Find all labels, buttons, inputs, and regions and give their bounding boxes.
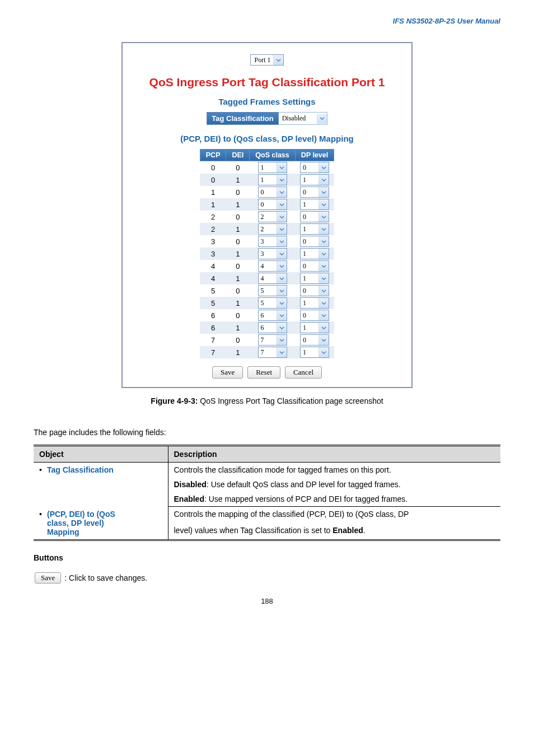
chevron-down-icon: [318, 310, 329, 320]
chevron-down-icon: [318, 249, 329, 259]
qos-class-value: 5: [261, 287, 264, 295]
chevron-down-icon: [277, 310, 287, 320]
qos-class-select[interactable]: 4: [258, 273, 287, 284]
dp-level-select[interactable]: 0: [300, 211, 329, 222]
dp-level-select[interactable]: 1: [300, 174, 329, 185]
manual-header: IFS NS3502-8P-2S User Manual: [34, 17, 500, 25]
qos-class-value: 3: [261, 250, 264, 258]
port-select[interactable]: Port 1: [250, 54, 283, 66]
table-row: 1000: [200, 186, 334, 198]
dp-level-select[interactable]: 1: [300, 248, 329, 259]
cell-pcp: 0: [200, 161, 226, 174]
chevron-down-icon: [277, 175, 287, 185]
chevron-down-icon: [318, 323, 329, 333]
col-description: Description: [168, 446, 500, 463]
save-button-doc[interactable]: Save: [35, 572, 61, 584]
dp-level-select[interactable]: 0: [300, 310, 329, 321]
cell-pcp: 2: [200, 211, 226, 223]
dp-level-select[interactable]: 1: [300, 273, 329, 284]
save-button-description: : Click to save changes.: [64, 573, 147, 582]
dp-level-select[interactable]: 1: [300, 297, 329, 309]
tag-classification-label: Tag Classification: [207, 113, 278, 125]
cell-pcp: 7: [200, 334, 226, 346]
qos-class-value: 7: [261, 336, 264, 344]
qos-class-select[interactable]: 7: [258, 347, 287, 358]
cell-dei: 1: [226, 346, 250, 358]
chevron-down-icon: [277, 212, 287, 222]
table-row: 0111: [200, 174, 334, 186]
dp-level-select[interactable]: 1: [300, 322, 329, 333]
qos-class-value: 0: [261, 188, 264, 197]
chevron-down-icon: [277, 249, 287, 259]
cell-dei: 0: [226, 260, 250, 272]
dp-level-value: 1: [303, 299, 306, 307]
chevron-down-icon: [277, 323, 287, 333]
dp-level-select[interactable]: 0: [300, 285, 329, 296]
dp-level-value: 1: [303, 225, 306, 234]
dp-level-select[interactable]: 0: [300, 186, 329, 198]
figure-caption-label: Figure 4-9-3:: [151, 396, 198, 405]
cancel-button[interactable]: Cancel: [285, 366, 322, 379]
chevron-down-icon: [317, 114, 327, 124]
chevron-down-icon: [277, 273, 287, 283]
qos-class-select[interactable]: 4: [258, 260, 287, 272]
dp-level-select[interactable]: 0: [300, 236, 329, 247]
qos-class-value: 7: [261, 348, 264, 357]
chevron-down-icon: [318, 261, 329, 271]
object-tag-classification: Tag Classification: [47, 465, 114, 474]
table-row: 4141: [200, 272, 334, 284]
qos-class-select[interactable]: 5: [258, 297, 287, 309]
qos-class-select[interactable]: 3: [258, 236, 287, 247]
cell-dei: 1: [226, 272, 250, 284]
buttons-heading: Buttons: [34, 553, 500, 562]
dp-level-value: 1: [303, 274, 306, 283]
table-row: 7171: [200, 346, 334, 358]
object-mapping-line2: class, DP level): [47, 519, 104, 528]
qos-class-select[interactable]: 6: [258, 310, 287, 321]
tag-classification-select[interactable]: Disabled: [279, 113, 327, 124]
dp-level-select[interactable]: 1: [300, 199, 329, 210]
dp-level-value: 0: [303, 213, 306, 221]
dp-level-value: 1: [303, 200, 306, 209]
chevron-down-icon: [277, 298, 287, 308]
dp-level-select[interactable]: 0: [300, 334, 329, 346]
port-select-value: Port 1: [254, 56, 270, 64]
cell-dei: 0: [226, 309, 250, 321]
qos-class-value: 2: [261, 213, 264, 221]
qos-class-select[interactable]: 1: [258, 174, 287, 185]
dp-level-select[interactable]: 0: [300, 162, 329, 173]
table-row: 5050: [200, 284, 334, 297]
dp-level-select[interactable]: 1: [300, 223, 329, 235]
fields-description-table: Object Description •Tag Classification C…: [34, 445, 500, 541]
qos-class-select[interactable]: 2: [258, 211, 287, 222]
chevron-down-icon: [318, 347, 329, 357]
object-mapping-line1: (PCP, DEI) to (QoS: [47, 510, 115, 519]
cell-dei: 0: [226, 334, 250, 346]
qos-class-select[interactable]: 3: [258, 248, 287, 259]
reset-button[interactable]: Reset: [247, 366, 280, 379]
table-row: 3131: [200, 248, 334, 260]
table-row: 0010: [200, 161, 334, 174]
qos-class-select[interactable]: 7: [258, 334, 287, 346]
table-row: 5151: [200, 297, 334, 309]
object-cell-tag-classification: •Tag Classification: [34, 463, 168, 507]
qos-class-select[interactable]: 2: [258, 223, 287, 235]
qos-class-select[interactable]: 6: [258, 322, 287, 333]
dp-level-select[interactable]: 1: [300, 347, 329, 358]
save-button[interactable]: Save: [212, 366, 243, 379]
dp-level-select[interactable]: 0: [300, 260, 329, 272]
qos-class-select[interactable]: 5: [258, 285, 287, 296]
cell-pcp: 4: [200, 260, 226, 272]
qos-class-select[interactable]: 1: [258, 162, 287, 173]
table-row: 1101: [200, 198, 334, 211]
cell-dei: 0: [226, 186, 250, 198]
qos-class-select[interactable]: 0: [258, 199, 287, 210]
qos-class-select[interactable]: 0: [258, 186, 287, 198]
dp-level-value: 0: [303, 336, 306, 344]
col-qos-class: QoS class: [250, 150, 295, 161]
tag-classification-table: Tag Classification Disabled: [207, 112, 327, 125]
qos-class-value: 6: [261, 311, 264, 320]
cell-pcp: 3: [200, 248, 226, 260]
qos-class-value: 4: [261, 274, 264, 283]
col-dp-level: DP level: [295, 150, 334, 161]
